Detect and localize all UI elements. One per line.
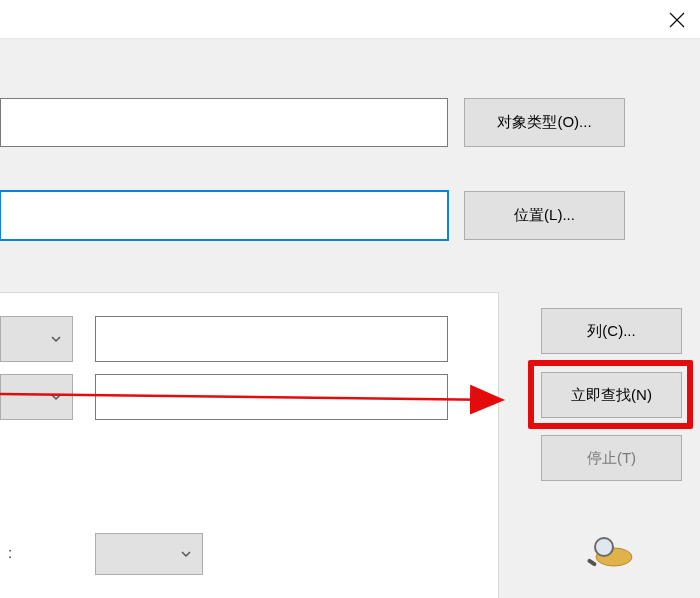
chevron-down-icon xyxy=(50,333,62,345)
title-bar xyxy=(0,0,700,39)
location-button[interactable]: 位置(L)... xyxy=(464,191,625,240)
object-type-input[interactable] xyxy=(0,98,448,147)
chevron-down-icon xyxy=(180,548,192,560)
find-illustration-icon xyxy=(584,533,634,569)
chevron-down-icon xyxy=(50,391,62,403)
filter-text-1[interactable] xyxy=(95,316,448,362)
svg-point-3 xyxy=(595,538,613,556)
object-type-button-label: 对象类型(O)... xyxy=(497,113,591,132)
find-now-button[interactable]: 立即查找(N) xyxy=(541,372,682,418)
colon-label: : xyxy=(8,544,12,561)
filter-dropdown-1[interactable] xyxy=(0,316,73,362)
filter-dropdown-3[interactable] xyxy=(95,533,203,575)
filter-dropdown-2[interactable] xyxy=(0,374,73,420)
columns-button[interactable]: 列(C)... xyxy=(541,308,682,354)
svg-rect-4 xyxy=(587,558,597,567)
stop-button-label: 停止(T) xyxy=(587,449,636,468)
close-icon xyxy=(668,11,686,29)
location-button-label: 位置(L)... xyxy=(514,206,575,225)
object-type-button[interactable]: 对象类型(O)... xyxy=(464,98,625,147)
find-now-button-label: 立即查找(N) xyxy=(571,386,652,405)
filter-text-2[interactable] xyxy=(95,374,448,420)
stop-button[interactable]: 停止(T) xyxy=(541,435,682,481)
location-input[interactable] xyxy=(0,191,448,240)
columns-button-label: 列(C)... xyxy=(587,322,635,341)
close-button[interactable] xyxy=(665,8,689,32)
